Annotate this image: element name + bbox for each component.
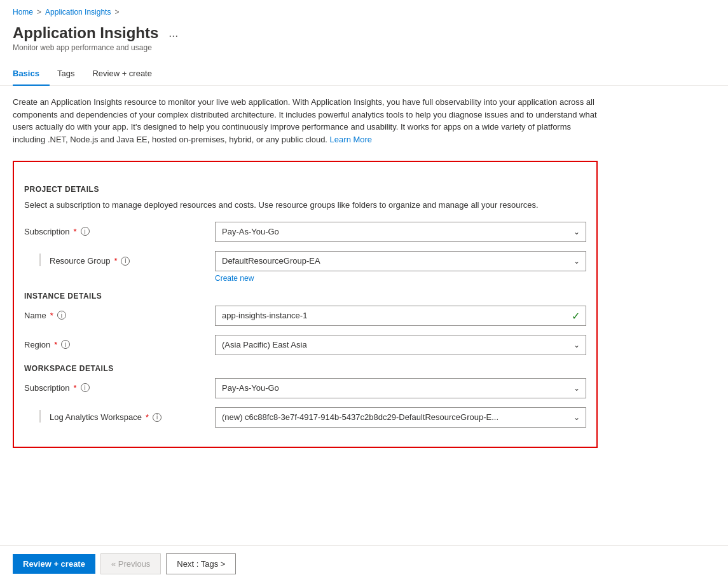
name-field-col: ✓ [215,306,586,326]
main-content: Create an Application Insights resource … [0,96,728,448]
log-analytics-dropdown[interactable]: (new) c6c88fc8-3e7f-4917-914b-5437c2b8dc… [215,407,586,428]
resource-group-label: Resource Group [50,256,110,266]
name-label: Name [24,311,46,320]
breadcrumb-sep2: > [114,8,119,17]
tab-basics[interactable]: Basics [13,62,50,86]
breadcrumb-home[interactable]: Home [13,8,33,17]
form-highlight-box: PROJECT DETAILS Select a subscription to… [13,161,598,448]
workspace-subscription-required: * [74,383,77,393]
project-details-desc: Select a subscription to manage deployed… [24,199,586,212]
subscription-dropdown-wrapper: Pay-As-You-Go ⌄ [215,222,586,242]
name-label-col: Name * i [24,306,215,320]
subscription-field-col: Pay-As-You-Go ⌄ [215,222,586,242]
name-input-wrapper: ✓ [215,306,586,326]
resource-group-info-icon[interactable]: i [121,257,130,266]
region-label-col: Region * i [24,335,215,349]
name-row: Name * i ✓ [24,306,586,326]
breadcrumb: Home > Application Insights > [0,0,728,20]
tab-tags[interactable]: Tags [55,62,85,86]
next-button[interactable]: Next : Tags > [166,553,236,574]
name-input[interactable] [215,306,586,326]
learn-more-link[interactable]: Learn More [330,135,372,144]
region-dropdown-wrapper: (Asia Pacific) East Asia ⌄ [215,335,586,355]
log-analytics-info-icon[interactable]: i [153,413,161,422]
region-row: Region * i (Asia Pacific) East Asia ⌄ [24,335,586,355]
log-analytics-label-col: Log Analytics Workspace * i [24,407,215,423]
breadcrumb-app-insights[interactable]: Application Insights [45,8,111,17]
subscription-required: * [74,227,77,236]
resource-group-field-col: DefaultResourceGroup-EA ⌄ Create new [215,251,586,283]
region-info-icon[interactable]: i [61,340,70,349]
review-create-button[interactable]: Review + create [13,554,95,574]
description-text: Create an Application Insights resource … [13,96,598,146]
workspace-subscription-field-col: Pay-As-You-Go ⌄ [215,378,586,398]
resource-group-dropdown[interactable]: DefaultResourceGroup-EA [215,251,586,271]
ellipsis-button[interactable]: ... [165,25,182,41]
log-analytics-label: Log Analytics Workspace [50,412,142,422]
workspace-subscription-label: Subscription [24,383,70,393]
log-analytics-required: * [146,412,149,422]
resource-group-dropdown-wrapper: DefaultResourceGroup-EA ⌄ [215,251,586,271]
footer: Review + create « Previous Next : Tags > [0,545,728,582]
region-field-col: (Asia Pacific) East Asia ⌄ [215,335,586,355]
project-details-title: PROJECT DETAILS [24,185,586,194]
resource-group-required: * [114,256,117,266]
name-check-icon: ✓ [572,309,580,321]
log-analytics-dropdown-wrapper: (new) c6c88fc8-3e7f-4917-914b-5437c2b8dc… [215,407,586,428]
subscription-dropdown[interactable]: Pay-As-You-Go [215,222,586,242]
region-label: Region [24,340,50,349]
workspace-subscription-label-col: Subscription * i [24,378,215,393]
subscription-label-col: Subscription * i [24,222,215,236]
instance-details-title: INSTANCE DETAILS [24,292,586,301]
subscription-info-icon[interactable]: i [81,227,90,236]
workspace-subscription-dropdown[interactable]: Pay-As-You-Go [215,378,586,398]
region-dropdown[interactable]: (Asia Pacific) East Asia [215,335,586,355]
page-subtitle: Monitor web app performance and usage [13,43,715,52]
name-info-icon[interactable]: i [57,311,66,320]
tabs-container: Basics Tags Review + create [0,62,728,86]
workspace-subscription-info-icon[interactable]: i [81,383,90,392]
name-required: * [50,311,53,320]
resource-group-label-col: Resource Group * i [24,251,215,266]
page-title: Application Insights [13,24,158,42]
page-header: Application Insights ... Monitor web app… [0,20,728,62]
workspace-subscription-dropdown-wrapper: Pay-As-You-Go ⌄ [215,378,586,398]
previous-button[interactable]: « Previous [100,553,161,574]
region-required: * [54,340,57,349]
create-new-link[interactable]: Create new [215,274,254,283]
workspace-details-title: WORKSPACE DETAILS [24,364,586,373]
log-analytics-row: Log Analytics Workspace * i (new) c6c88f… [24,407,586,428]
log-analytics-field-col: (new) c6c88fc8-3e7f-4917-914b-5437c2b8dc… [215,407,586,428]
tab-review-create[interactable]: Review + create [90,62,162,86]
subscription-label: Subscription [24,227,70,236]
resource-group-row: Resource Group * i DefaultResourceGroup-… [24,251,586,283]
subscription-row: Subscription * i Pay-As-You-Go ⌄ [24,222,586,242]
breadcrumb-sep1: > [37,8,41,17]
workspace-subscription-row: Subscription * i Pay-As-You-Go ⌄ [24,378,586,398]
